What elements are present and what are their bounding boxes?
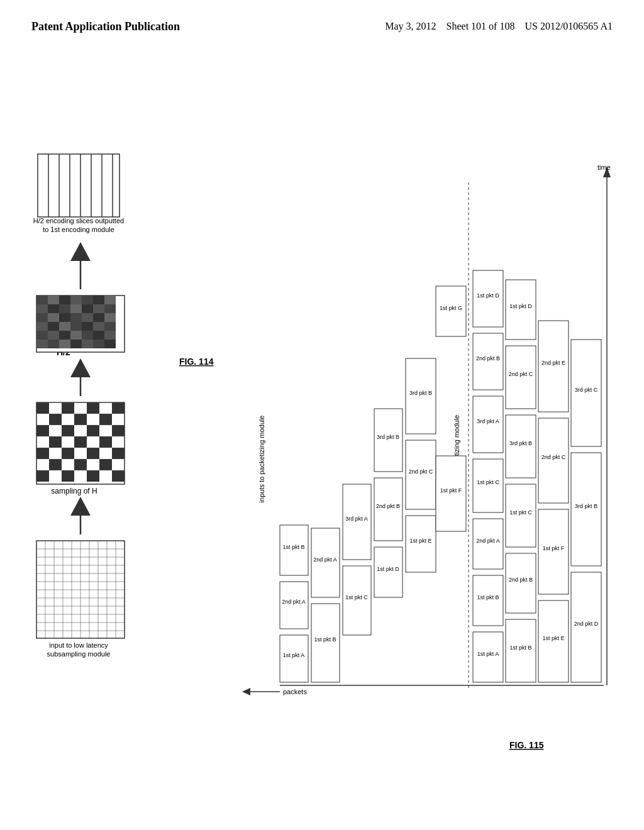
time-axis-label: time [597,163,611,171]
sampling-label: sampling of H [51,487,97,495]
svg-rect-100 [93,340,104,348]
svg-text:1st pkt D: 1st pkt D [377,566,399,572]
output-stream-3: 1st pkt E 1st pkt F 2nd pkt C 2nd pkt E [538,321,569,682]
svg-text:3rd pkt A: 3rd pkt A [477,418,499,424]
svg-rect-87 [104,322,116,331]
arrow-sampling-to-h2 [70,358,91,396]
svg-rect-95 [36,340,48,348]
svg-text:1st pkt B: 1st pkt B [509,645,531,651]
svg-rect-152 [473,519,503,569]
publication-title: Patent Application Publication [31,19,180,35]
svg-rect-178 [538,418,569,503]
svg-rect-74 [36,313,48,322]
svg-rect-28 [112,402,125,414]
svg-rect-83 [59,322,70,331]
svg-text:1st pkt B: 1st pkt B [282,544,304,550]
svg-rect-49 [112,470,125,482]
svg-rect-174 [538,600,569,682]
svg-rect-150 [473,575,503,626]
svg-rect-176 [538,509,569,594]
svg-rect-68 [48,304,59,313]
svg-rect-39 [36,448,49,459]
svg-text:1st pkt D: 1st pkt D [477,292,499,299]
svg-rect-85 [82,322,93,331]
svg-rect-121 [280,525,308,575]
svg-text:1st pkt E: 1st pkt E [542,635,564,641]
page-header: Patent Application Publication May 3, 20… [0,0,644,41]
svg-rect-182 [571,572,601,682]
svg-rect-47 [62,470,74,482]
svg-rect-86 [93,322,104,331]
svg-rect-63 [70,296,82,304]
packets-axis-label: packets [283,688,307,695]
h2-pattern [36,296,125,352]
svg-rect-143 [436,456,466,531]
svg-rect-96 [48,340,59,348]
svg-rect-45 [99,459,112,470]
svg-rect-79 [93,313,104,322]
svg-rect-76 [59,313,70,322]
svg-rect-61 [48,296,59,304]
svg-text:2nd pkt B: 2nd pkt B [476,355,500,362]
svg-rect-135 [374,409,402,472]
svg-rect-129 [343,484,371,560]
svg-rect-82 [48,322,59,331]
sampling-grid [36,402,125,484]
svg-rect-154 [473,459,503,512]
svg-rect-36 [49,436,62,448]
svg-marker-23 [70,497,91,516]
svg-rect-91 [70,331,82,340]
svg-rect-30 [74,414,87,425]
svg-rect-99 [82,340,93,348]
svg-rect-162 [506,619,536,682]
header-info: May 3, 2012 Sheet 101 of 108 US 2012/010… [385,19,613,34]
svg-rect-44 [74,459,87,470]
encoding-label: H/2 encoding slices outputted [33,217,124,224]
svg-rect-125 [311,528,340,597]
svg-rect-42 [112,448,125,459]
svg-rect-60 [36,296,48,304]
svg-rect-92 [82,331,93,340]
svg-marker-58 [70,358,91,377]
svg-rect-34 [87,425,99,436]
arrow-input-to-sampling [70,497,91,534]
svg-rect-89 [48,331,59,340]
output-stream-4: 2nd pkt D 3rd pkt B 3rd pkt C [571,340,601,682]
svg-text:2nd pkt A: 2nd pkt A [476,538,500,544]
arrow-h2-to-encoding [70,242,91,289]
svg-rect-184 [571,453,601,566]
input-grid [36,541,125,638]
inputs-label: inputs to packetizing module [258,416,265,503]
sheet-info: Sheet 101 of 108 [447,21,515,31]
svg-text:1st pkt A: 1st pkt A [283,652,305,658]
svg-rect-41 [87,448,99,459]
svg-rect-38 [99,436,112,448]
svg-text:1st pkt B: 1st pkt B [314,636,336,643]
svg-rect-186 [571,340,601,446]
svg-rect-127 [343,566,371,635]
svg-text:2nd pkt C: 2nd pkt C [409,468,433,475]
svg-rect-98 [70,340,82,348]
svg-rect-117 [280,635,308,682]
svg-rect-133 [374,478,402,541]
svg-rect-75 [48,313,59,322]
svg-rect-29 [49,414,62,425]
svg-text:1st pkt B: 1st pkt B [477,594,499,600]
svg-rect-131 [374,547,402,597]
svg-rect-40 [62,448,74,459]
fig115-label: FIG. 115 [509,740,544,750]
svg-text:2nd pkt B: 2nd pkt B [376,503,400,509]
svg-rect-119 [280,582,308,629]
svg-rect-164 [506,553,536,613]
svg-rect-105 [38,154,119,217]
svg-text:1st pkt C: 1st pkt C [345,594,368,600]
svg-text:3rd pkt B: 3rd pkt B [575,503,597,509]
input-stream-a: 1st pkt A 2nd pkt A 1st pkt B [280,525,308,682]
svg-rect-166 [506,484,536,547]
input-stream-c: 1st pkt C 3rd pkt A [343,484,371,635]
svg-rect-101 [104,340,116,348]
svg-rect-62 [59,296,70,304]
svg-rect-32 [36,425,49,436]
svg-text:2nd pkt C: 2nd pkt C [541,454,566,460]
svg-rect-37 [74,436,87,448]
